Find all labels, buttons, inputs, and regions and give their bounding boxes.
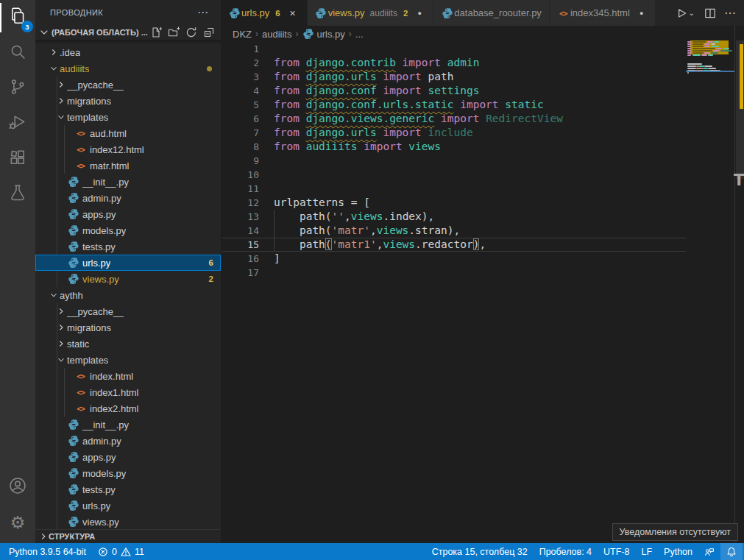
breadcrumb-item-dkz[interactable]: DKZ [233, 29, 252, 40]
tree-file--init-py[interactable]: __init__.py [35, 417, 221, 433]
tree-file-tests-py[interactable]: tests.py [35, 481, 221, 497]
code-line-5: 5from django.conf.urls.static import sta… [221, 98, 744, 112]
problems-status[interactable]: 0 11 [92, 543, 150, 560]
tab-label: urls.py [241, 7, 269, 18]
chevron-right-icon[interactable] [55, 338, 67, 350]
minimap-line-mark [714, 41, 719, 43]
code-line-13: 13 path('',views.index), [221, 210, 744, 224]
tree-file-matr-html[interactable]: <>matr.html [35, 157, 221, 174]
minimap-line-mark [704, 46, 710, 47]
tab-urls-py[interactable]: urls.py6× [221, 0, 308, 26]
tree-file-index12-html[interactable]: <>index12.html [35, 141, 221, 157]
chevron-right-icon[interactable] [55, 79, 67, 91]
chevron-right-icon[interactable] [55, 95, 67, 107]
workspace-section-header[interactable]: (РАБОЧАЯ ОБЛАСТЬ) ... [35, 25, 221, 40]
tree-file-urls-py[interactable]: urls.py6 [35, 255, 221, 271]
tree-folder-audiiits[interactable]: audiiits [35, 60, 221, 77]
eol-status[interactable]: LF [635, 543, 658, 560]
activity-extensions-button[interactable] [0, 141, 35, 177]
scrollbar-t-decoration: T [734, 171, 744, 189]
chevron-down-icon[interactable] [48, 289, 60, 301]
run-python-file-button[interactable] [675, 7, 688, 20]
split-editor-button[interactable] [704, 7, 717, 20]
tree-item-label: migrations [67, 322, 111, 333]
tree-file-apps-py[interactable]: apps.py [35, 449, 221, 465]
tree-file-views-py[interactable]: views.py [35, 514, 221, 529]
breadcrumb-item-urls-py[interactable]: urls.py [302, 28, 344, 40]
code-editor[interactable]: 12from django.contrib import admin3from … [221, 42, 744, 543]
activity-run-debug-button[interactable] [0, 106, 35, 141]
outline-label: СТРУКТУРА [49, 532, 95, 541]
tree-folder-migrations[interactable]: migrations [35, 319, 221, 336]
chevron-right-icon[interactable] [55, 322, 67, 333]
breadcrumb: DKZ›audiiits›urls.py›... [221, 26, 744, 42]
chevron-down-icon[interactable] [55, 354, 67, 366]
activity-search-button[interactable] [0, 35, 35, 71]
activity-source-control-button[interactable] [0, 71, 35, 106]
tree-folder-migrations[interactable]: migrations [35, 93, 221, 109]
outline-section-header[interactable]: СТРУКТУРА [35, 529, 221, 543]
new-folder-button[interactable] [168, 26, 180, 38]
chevron-right-icon[interactable] [55, 305, 67, 317]
tab-problems-badge: 2 [403, 9, 408, 18]
tree-file-models-py[interactable]: models.py [35, 222, 221, 238]
activity-explorer-button[interactable]: 3 [0, 0, 35, 35]
code-line-17: 17 [221, 266, 744, 280]
editor-scrollbar[interactable] [734, 26, 744, 543]
tree-folder-templates[interactable]: templates [35, 109, 221, 125]
collapse-all-button[interactable] [203, 26, 215, 38]
breadcrumb-item-audiiits[interactable]: audiiits [262, 29, 291, 40]
tree-item-label: tests.py [82, 484, 116, 495]
new-file-button[interactable] [150, 26, 162, 38]
tree-file-admin-py[interactable]: admin.py [35, 433, 221, 449]
tree-folder--pycache-[interactable]: __pycache__ [35, 303, 221, 319]
tree-file-views-py[interactable]: views.py2 [35, 271, 221, 287]
tree-file-index2-html[interactable]: <>index2.html [35, 400, 221, 417]
tree-file-urls-py[interactable]: urls.py [35, 497, 221, 514]
tree-folder-aythh[interactable]: aythh [35, 287, 221, 303]
tree-folder--idea[interactable]: .idea [35, 44, 221, 60]
chevron-right-icon[interactable] [48, 46, 60, 58]
explorer-badge: 3 [21, 21, 33, 32]
tree-file-models-py[interactable]: models.py [35, 465, 221, 481]
code-line-9: 9 [221, 154, 744, 168]
tree-folder--pycache-[interactable]: __pycache__ [35, 77, 221, 93]
run-dropdown-button[interactable]: ⌄ [689, 9, 695, 17]
tab-index345-html[interactable]: <>index345.html● [550, 0, 656, 26]
cursor-position-status[interactable]: Строка 15, столбец 32 [426, 543, 534, 560]
tree-file-apps-py[interactable]: apps.py [35, 206, 221, 222]
python-interpreter-status[interactable]: Python 3.9.5 64-bit [3, 543, 92, 560]
tree-folder-static[interactable]: static [35, 336, 221, 352]
chevron-down-icon[interactable] [55, 111, 67, 123]
chevron-down-icon[interactable] [48, 63, 60, 74]
encoding-status[interactable]: UTF-8 [598, 543, 635, 560]
breadcrumb-item--[interactable]: ... [355, 29, 364, 40]
tree-file-aud-html[interactable]: <>aud.html [35, 125, 221, 141]
tree-item-label: matr.html [90, 160, 129, 171]
tree-file-tests-py[interactable]: tests.py [35, 238, 221, 255]
chevron-spacer [55, 435, 67, 447]
tab-views-py[interactable]: views.pyaudiiits2● [308, 0, 434, 26]
language-mode-status[interactable]: Python [658, 543, 698, 560]
tree-folder-dkz[interactable]: DKZ [35, 39, 221, 44]
explorer-more-actions-button[interactable]: ⋯ [197, 6, 209, 19]
minimap-line-mark [708, 68, 716, 69]
tree-file--init-py[interactable]: __init__.py [35, 174, 221, 190]
tree-file-index1-html[interactable]: <>index1.html [35, 384, 221, 400]
tab-database-roouter-py[interactable]: database_roouter.py [433, 0, 550, 26]
editor-more-actions-button[interactable]: ⋯ [724, 6, 737, 20]
code-line-text: path('matr',views.stran), [259, 224, 460, 238]
tree-file-index-html[interactable]: <>index.html [35, 368, 221, 384]
tree-file-admin-py[interactable]: admin.py [35, 190, 221, 206]
feedback-button[interactable] [698, 543, 720, 560]
python-file-icon [67, 500, 79, 511]
refresh-button[interactable] [185, 26, 197, 38]
tab-close-button[interactable]: × [286, 7, 300, 19]
activity-settings-button[interactable]: ⚙ [0, 505, 35, 540]
tree-folder-templates[interactable]: templates [35, 352, 221, 368]
notifications-bell-button[interactable] [720, 543, 743, 560]
indentation-status[interactable]: Пробелов: 4 [534, 543, 598, 560]
minimap-line-mark [687, 41, 691, 43]
activity-testing-button[interactable] [0, 177, 35, 212]
activity-account-button[interactable] [0, 469, 35, 505]
